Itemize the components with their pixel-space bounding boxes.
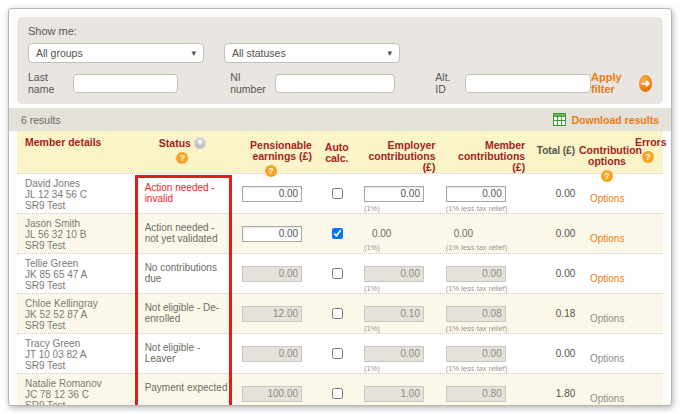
member-contribution-input	[446, 386, 506, 402]
auto-calc-checkbox[interactable]	[332, 268, 343, 279]
member-rate-caption: (1% less tax relief)	[446, 204, 530, 213]
status-text: Payment expected	[135, 374, 228, 393]
member-contribution-input	[446, 306, 506, 322]
member-name: Tellie Green	[25, 258, 135, 269]
sort-icon[interactable]: ▾	[194, 137, 206, 149]
apply-filter-arrow-icon: ➜	[639, 75, 652, 92]
member-group: SR9 Test	[25, 240, 135, 251]
member-name: Chloe Kellingray	[25, 298, 135, 309]
members-table: Member details Status ▾ ? Pensionable ea…	[9, 131, 671, 406]
errors-cell	[635, 214, 663, 253]
member-ni: JT 10 03 82 A	[25, 349, 135, 360]
member-rate-caption: (1% less tax relief)	[446, 324, 530, 333]
options-link[interactable]: Options	[590, 193, 624, 204]
member-group: SR9 Test	[25, 280, 135, 291]
spreadsheet-icon	[553, 113, 566, 126]
errors-cell	[635, 374, 663, 406]
member-rate-caption: (1% less tax relief)	[446, 284, 530, 293]
employer-contribution-input	[364, 306, 424, 322]
total-value: 0.18	[529, 294, 579, 333]
pensionable-earnings-input[interactable]	[242, 226, 302, 242]
pensionable-earnings-input	[242, 386, 302, 402]
pensionable-earnings-input	[242, 346, 302, 362]
header-member-contributions: Member contributions (£)	[439, 131, 529, 173]
total-value: 1.80	[529, 374, 579, 406]
member-ni: JK 85 65 47 A	[25, 269, 135, 280]
table-row: Chloe Kellingray JK 52 52 87 A SR9 Test …	[17, 293, 663, 333]
member-name: Tracy Green	[25, 338, 135, 349]
member-name: Jason Smith	[25, 218, 135, 229]
table-row: Tellie Green JK 85 65 47 A SR9 Test No c…	[17, 253, 663, 293]
results-count: 6 results	[21, 114, 61, 126]
member-ni: JL 12 34 56 C	[25, 189, 135, 200]
group-select[interactable]: All groups ▾	[28, 43, 204, 63]
header-pensionable-earnings: Pensionable earnings (£) ?	[230, 131, 316, 173]
member-rate-caption: (1% less tax relief)	[446, 404, 530, 407]
member-contribution-input	[446, 346, 506, 362]
member-contribution-input[interactable]	[446, 186, 506, 202]
apply-filter-label: Apply filter	[591, 71, 633, 95]
errors-cell	[635, 294, 663, 333]
header-errors-label: Errors	[635, 136, 667, 148]
ni-number-label: NI number	[230, 71, 267, 95]
options-link: Options	[590, 353, 624, 364]
options-link: Options	[590, 393, 624, 404]
ni-number-input[interactable]	[275, 74, 395, 93]
last-name-label: Last name	[28, 71, 65, 95]
auto-calc-checkbox[interactable]	[332, 388, 343, 399]
table-row: Jason Smith JL 56 32 10 B SR9 Test Actio…	[17, 213, 663, 253]
chevron-down-icon: ▾	[387, 48, 392, 58]
employer-contribution-input	[364, 386, 424, 402]
member-rate-caption: (1% less tax relief)	[446, 364, 530, 373]
results-bar: 6 results Download results	[9, 108, 671, 131]
member-group: SR9 Test	[25, 200, 135, 211]
download-results-label: Download results	[571, 114, 659, 126]
group-select-value: All groups	[36, 47, 83, 59]
member-ni: JK 52 52 87 A	[25, 309, 135, 320]
member-group: SR9 Test	[25, 320, 135, 331]
member-name: David Jones	[25, 178, 135, 189]
header-errors: Errors ?	[635, 131, 663, 173]
status-text: Not eligible - Leaver	[135, 334, 231, 364]
status-select-value: All statuses	[232, 47, 286, 59]
status-text: Action needed - invalid	[135, 174, 231, 204]
errors-help-icon[interactable]: ?	[642, 151, 654, 163]
total-value: 0.00	[529, 214, 579, 253]
member-contribution-input	[446, 266, 506, 282]
employer-rate-caption: (1%)	[364, 243, 440, 252]
auto-calc-checkbox[interactable]	[332, 308, 343, 319]
member-group: SR9 Test	[25, 360, 135, 371]
pensionable-earnings-input	[242, 306, 302, 322]
options-link[interactable]: Options	[590, 273, 624, 284]
pensionable-earnings-input[interactable]	[242, 186, 302, 202]
errors-cell	[635, 334, 663, 373]
employer-contribution-input	[364, 266, 424, 282]
employer-rate-caption: (1%)	[364, 284, 440, 293]
errors-cell	[635, 254, 663, 293]
employer-contribution-input[interactable]	[364, 186, 424, 202]
employer-rate-caption: (1%)	[364, 364, 440, 373]
status-select[interactable]: All statuses ▾	[224, 43, 400, 63]
filter-panel: Show me: All groups ▾ All statuses ▾ Las…	[17, 17, 663, 104]
header-pensionable-earnings-label: Pensionable earnings (£)	[250, 139, 312, 162]
status-help-icon[interactable]: ?	[176, 152, 188, 164]
total-value: 0.00	[529, 174, 579, 213]
auto-calc-checkbox[interactable]	[332, 188, 343, 199]
errors-cell	[635, 174, 663, 213]
download-results-link[interactable]: Download results	[553, 113, 659, 126]
options-link[interactable]: Options	[590, 233, 624, 244]
table-header-row: Member details Status ▾ ? Pensionable ea…	[17, 131, 663, 173]
member-rate-caption: (1% less tax relief)	[446, 243, 530, 252]
table-row: David Jones JL 12 34 56 C SR9 Test Actio…	[17, 173, 663, 213]
employer-rate-caption: (1%)	[364, 204, 440, 213]
header-total: Total (£)	[529, 131, 579, 173]
member-contribution-text: 0.00	[446, 228, 506, 239]
auto-calc-checkbox[interactable]	[332, 228, 343, 239]
total-value: 0.00	[529, 334, 579, 373]
auto-calc-checkbox[interactable]	[332, 348, 343, 359]
apply-filter-button[interactable]: Apply filter ➜	[591, 71, 652, 95]
status-text: No contributions due	[135, 254, 231, 284]
alt-id-input[interactable]	[465, 74, 591, 93]
member-name: Natalie Romanov	[25, 378, 135, 389]
last-name-input[interactable]	[73, 74, 178, 93]
